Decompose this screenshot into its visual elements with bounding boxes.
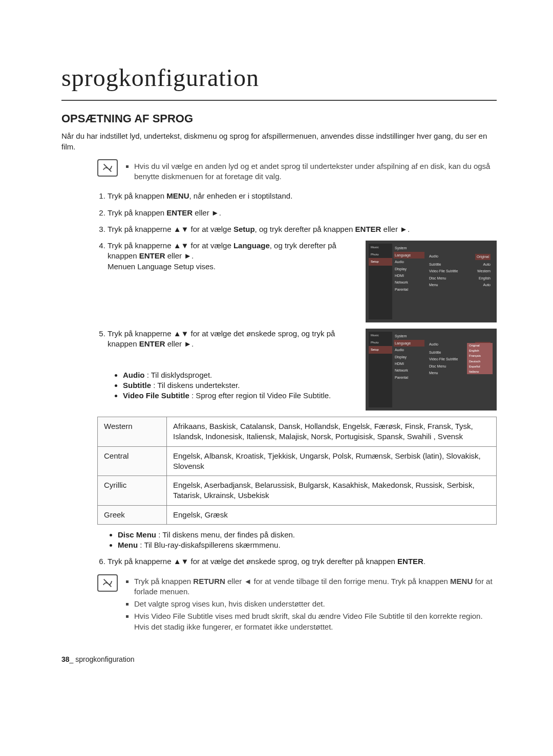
screenshot-2: Music Photo Setup System Language Audio … <box>366 329 497 411</box>
table-row: GreekEngelsk, Græsk <box>98 505 497 524</box>
section-title: OPSÆTNING AF SPROG <box>61 111 497 126</box>
subtitle-region-table: WesternAfrikaans, Baskisk, Catalansk, Da… <box>97 417 497 525</box>
post-table-bullets: Disc Menu : Til diskens menu, der findes… <box>61 530 497 551</box>
step-6: Tryk på knapperne ▲▼ for at vælge det øn… <box>108 556 497 567</box>
note-1-text: Hvis du vil vælge en anden lyd og et and… <box>134 161 497 182</box>
page-footer: 38_ sprogkonfiguration <box>61 655 497 664</box>
note-2c: Hvis Video File Subtitle vises med brudt… <box>134 611 497 632</box>
step-4: Tryk på knapperne ▲▼ for at vælge Langua… <box>108 241 497 322</box>
step-1: Tryk på knappen MENU, når enheden er i s… <box>108 191 497 201</box>
step-3: Tryk på knapperne ▲▼ for at vælge Setup,… <box>108 224 497 234</box>
table-row: CentralEngelsk, Albansk, Kroatisk, Tjekk… <box>98 446 497 476</box>
note-2b: Det valgte sprog vises kun, hvis disken … <box>134 599 497 609</box>
page-number: 38 <box>61 655 70 663</box>
note-box-1: Hvis du vil vælge en anden lyd og et and… <box>97 159 497 184</box>
note-icon <box>97 574 118 592</box>
table-row: WesternAfrikaans, Baskisk, Catalansk, Da… <box>98 417 497 447</box>
steps-list: Tryk på knappen MENU, når enheden er i s… <box>97 191 497 411</box>
note-2a: Tryk på knappen RETURN eller ◄ for at ve… <box>134 576 497 597</box>
footer-label: sprogkonfiguration <box>75 655 134 663</box>
steps-list-cont: Tryk på knapperne ▲▼ for at vælge det øn… <box>97 556 497 567</box>
note-icon <box>97 159 118 177</box>
intro-text: Når du har indstillet lyd, undertekst, d… <box>61 131 497 152</box>
screenshot-1: Music Photo Setup System Language Audio … <box>366 241 497 322</box>
step-2: Tryk på knappen ENTER eller ►. <box>108 208 497 218</box>
chapter-title: sprogkonfiguration <box>61 61 497 101</box>
table-row: CyrillicEngelsk, Aserbadjansk, Belarussi… <box>98 476 497 506</box>
step-5: Tryk på knapperne ▲▼ for at vælge det øn… <box>108 329 497 411</box>
note-box-2: Tryk på knappen RETURN eller ◄ for at ve… <box>97 574 497 634</box>
